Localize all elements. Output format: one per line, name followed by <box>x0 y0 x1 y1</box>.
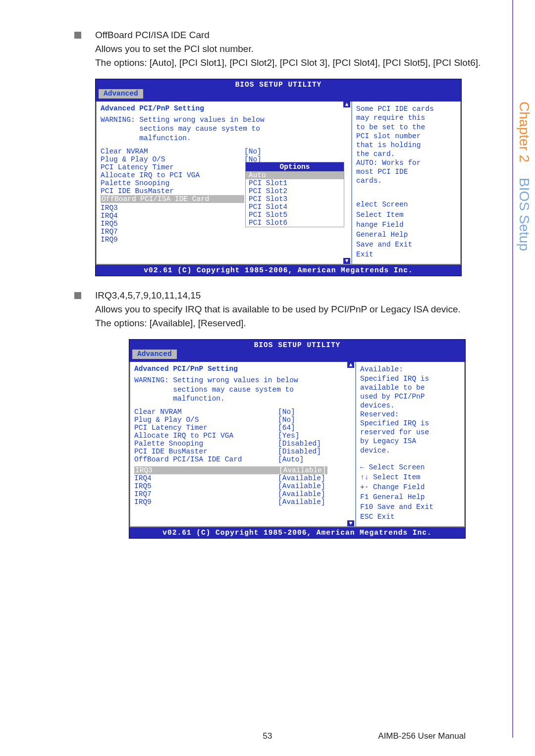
bios-setting-row: PCI IDE BusMaster[Disabled] <box>134 448 351 455</box>
bios-help-line: Specified IRQ is <box>360 419 461 428</box>
bios-nav-line: F1 General Help <box>360 493 461 502</box>
bios-help-line: that is holding <box>356 141 457 150</box>
bios-setting-row: Allocate IRQ to PCI VGA[Yes] <box>134 432 351 440</box>
bios-nav-line: ← Select Screen <box>360 463 461 472</box>
bios-irq-row: IRQ7 <box>101 228 347 236</box>
bios-tab-advanced: Advanced <box>99 89 143 99</box>
bios-nav-line: ↑↓ Select Item <box>360 473 461 482</box>
side-tab-label: Chapter 2 BIOS Setup <box>516 101 532 251</box>
bios-irq-row: IRQ9 <box>101 236 347 244</box>
bios-screenshot-1: BIOS SETUP UTILITY Advanced ▲ Advanced P… <box>95 79 462 276</box>
bios-help-line: available to be <box>360 383 461 392</box>
section2-heading: IRQ3,4,5,7,9,10,11,14,15 <box>95 290 201 301</box>
scroll-down-icon: ▼ <box>343 258 350 264</box>
bios-nav-line: General Help <box>356 230 457 239</box>
bios-help-line: the card. <box>356 150 457 158</box>
popup-item: PCI Slot6 <box>246 219 344 227</box>
bios-setting-row: IRQ5[Available] <box>134 482 351 490</box>
bios-warning: WARNING: Setting wrong values in below s… <box>134 376 351 403</box>
side-tab: Chapter 2 BIOS Setup <box>512 0 535 738</box>
popup-item: PCI Slot3 <box>246 195 344 203</box>
bios-help-line: Reserved: <box>360 410 461 419</box>
bios-help-line: device. <box>360 446 461 455</box>
bios-title: BIOS SETUP UTILITY <box>129 340 465 350</box>
bios1-highlight: OffBoard PCI/ISA IDE Card <box>101 195 244 203</box>
bios-panel-title: Advanced PCI/PnP Setting <box>134 365 351 373</box>
bios-nav-line: +- Change Field <box>360 483 461 492</box>
bios-nav-line: Exit <box>356 250 457 259</box>
chapter-label: Chapter 2 <box>517 101 532 162</box>
bios2-highlight-v: [Available] <box>278 466 327 474</box>
bios-nav-line: Select Item <box>356 210 457 219</box>
bios-help-line: cards. <box>356 176 457 185</box>
scroll-down-icon: ▼ <box>347 520 354 526</box>
bios-setting-row: Plug & Play O/S[No] <box>134 416 351 424</box>
bios1-options-popup: Options Auto PCI Slot1PCI Slot2PCI Slot3… <box>245 162 344 227</box>
bios-help-line: Specified IRQ is <box>360 374 461 383</box>
popup-item: PCI Slot4 <box>246 203 344 211</box>
bios-footer: v02.61 (C) Copyright 1985-2006, American… <box>96 265 461 276</box>
bullet-icon <box>74 32 81 39</box>
manual-name: AIMB-256 User Manual <box>378 731 466 741</box>
bios-nav-line: Save and Exit <box>356 240 457 249</box>
section2-line2: The options: [Available], [Reserved]. <box>95 317 505 330</box>
bios-help-line: by Legacy ISA <box>360 437 461 446</box>
bios-setting-row: IRQ9[Available] <box>134 498 351 506</box>
bios-help-line: reserved for use <box>360 428 461 437</box>
page-footer: 53 AIMB-256 User Manual <box>0 731 535 741</box>
bullet-icon <box>74 292 81 299</box>
bios2-highlight-k: IRQ3 <box>134 466 278 474</box>
bios-help-line: Some PCI IDE cards <box>356 104 457 113</box>
bios-panel-title: Advanced PCI/PnP Setting <box>101 104 347 112</box>
bios-help-line: devices. <box>360 401 461 410</box>
bios-tab-advanced: Advanced <box>132 350 177 359</box>
bios-setting-row: Palette Snooping[Disabled] <box>134 440 351 448</box>
section1-heading: OffBoard PCI/ISA IDE Card <box>95 30 210 41</box>
page-number: 53 <box>263 731 272 741</box>
section1-line1: Allows you to set the PCI slot number. <box>95 43 505 55</box>
scroll-up-icon: ▲ <box>343 101 350 107</box>
bios-footer: v02.61 (C) Copyright 1985-2006, American… <box>129 527 465 538</box>
bios-help-line: AUTO: Works for <box>356 158 457 167</box>
bios-setting-row: Clear NVRAM[No] <box>134 408 351 416</box>
popup-selected: Auto <box>246 171 344 179</box>
bios-setting-row: OffBoard PCI/ISA IDE Card[Auto] <box>134 455 351 463</box>
bios-help-line: most PCI IDE <box>356 167 457 176</box>
section1-line2: The options: [Auto], [PCI Slot1], [PCI S… <box>95 56 505 69</box>
bios-nav-line: elect Screen <box>356 200 457 209</box>
bios-setting-row: IRQ7[Available] <box>134 490 351 498</box>
bios-screenshot-2: BIOS SETUP UTILITY Advanced ▲ Advanced P… <box>129 339 466 539</box>
bios-help-line: used by PCI/PnP <box>360 392 461 401</box>
bios-help-line: to be set to the <box>356 123 457 132</box>
popup-title: Options <box>246 162 344 171</box>
bios-nav-line: F10 Save and Exit <box>360 503 461 511</box>
bios-setting-row: PCI Latency Timer[64] <box>134 424 351 432</box>
bios-title: BIOS SETUP UTILITY <box>96 79 461 89</box>
popup-item: PCI Slot1 <box>246 179 344 187</box>
bios-nav-line: hange Field <box>356 220 457 229</box>
bios-help-line: may require this <box>356 113 457 122</box>
bios-setting-row: IRQ4[Available] <box>134 474 351 482</box>
popup-item: PCI Slot2 <box>246 187 344 195</box>
section-label: BIOS Setup <box>517 178 532 251</box>
bios-nav-line: ESC Exit <box>360 512 461 521</box>
bios-warning: WARNING: Setting wrong values in below s… <box>101 115 347 142</box>
scroll-up-icon: ▲ <box>347 362 354 368</box>
bios-help-line: Available: <box>360 365 461 374</box>
bios-help-line: PCI slot number <box>356 132 457 141</box>
bios-setting-row: Clear NVRAM[No] <box>101 148 347 155</box>
popup-item: PCI Slot5 <box>246 211 344 219</box>
section2-line1: Allows you to specify IRQ that is availa… <box>95 303 505 316</box>
